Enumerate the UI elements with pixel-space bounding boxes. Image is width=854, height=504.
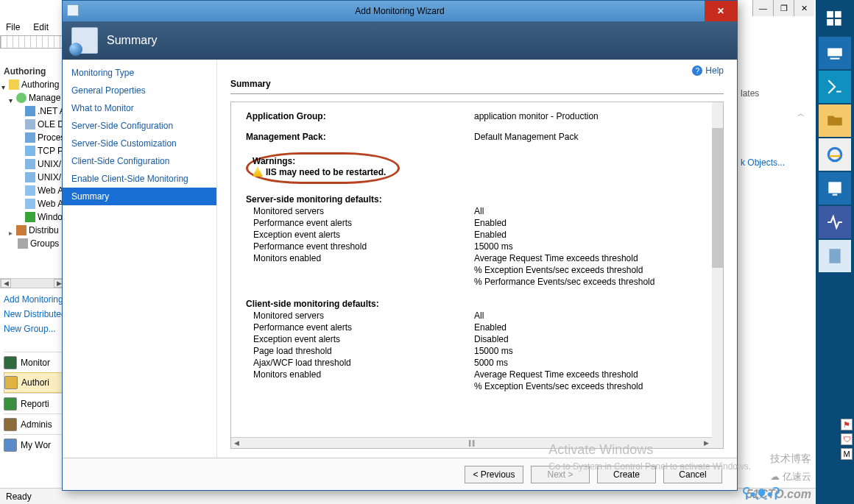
svg-rect-8 bbox=[833, 194, 838, 196]
nav-authoring[interactable]: Authori bbox=[4, 372, 65, 393]
step-server-config[interactable]: Server-Side Configuration bbox=[63, 117, 216, 135]
windows-icon bbox=[25, 212, 35, 222]
ie-icon[interactable] bbox=[819, 138, 851, 171]
nav-reporting[interactable]: Reporti bbox=[4, 393, 65, 414]
task-links: Add Monitoring New Distributed New Group… bbox=[4, 294, 65, 338]
wizard-icon bbox=[71, 27, 98, 54]
minimize-button[interactable]: — bbox=[752, 0, 773, 16]
unix-icon bbox=[25, 159, 35, 169]
dialog-footer: < Previous Next > Create Cancel bbox=[63, 458, 737, 490]
appgroup-label: Application Group: bbox=[246, 111, 474, 121]
web-icon bbox=[25, 199, 35, 209]
host-window: — ❐ ✕ File Edit Vie Authoring Authoring … bbox=[0, 0, 854, 504]
toolbar-placeholder bbox=[0, 35, 65, 49]
mp-label: Management Pack: bbox=[246, 132, 474, 142]
scrollbar-horizontal[interactable]: ◀∥∥▶ bbox=[231, 437, 712, 448]
close-button[interactable]: ✕ bbox=[794, 0, 814, 16]
step-summary[interactable]: Summary bbox=[63, 188, 216, 205]
globe-icon bbox=[16, 93, 27, 103]
explorer-icon[interactable] bbox=[819, 104, 851, 137]
summary-listbox[interactable]: Application Group:application monitor - … bbox=[230, 102, 724, 449]
scom-icon[interactable] bbox=[819, 172, 851, 205]
svg-point-6 bbox=[828, 148, 841, 160]
server-manager-icon[interactable] bbox=[819, 37, 851, 69]
app-icon bbox=[67, 4, 79, 16]
cancel-button[interactable]: Cancel bbox=[663, 466, 722, 483]
step-monitoring-type[interactable]: Monitoring Type bbox=[63, 64, 216, 82]
link-new-distributed[interactable]: New Distributed bbox=[4, 309, 65, 319]
warn-label: Warnings: bbox=[253, 156, 386, 166]
svg-rect-4 bbox=[827, 49, 842, 57]
watermark-yisu: ☁ 亿速云 bbox=[770, 470, 811, 483]
admin-icon bbox=[4, 418, 17, 431]
warn-text: IIS may need to be restarted. bbox=[266, 167, 386, 177]
parent-window-controls: — ❐ ✕ bbox=[752, 0, 814, 16]
groups-icon bbox=[18, 238, 28, 249]
shield-icon[interactable]: 🛡 bbox=[841, 433, 853, 445]
powershell-icon[interactable] bbox=[819, 71, 851, 103]
dialog-banner: Summary bbox=[63, 21, 737, 60]
maximize-button[interactable]: ❐ bbox=[773, 0, 794, 16]
nav-administration[interactable]: Adminis bbox=[4, 414, 65, 434]
start-icon[interactable] bbox=[819, 3, 851, 35]
authoring-tree[interactable]: Authoring Manage .NET A OLE D Proces TCP… bbox=[0, 78, 65, 250]
svg-rect-0 bbox=[827, 11, 833, 18]
svg-rect-7 bbox=[828, 182, 841, 193]
process-icon bbox=[25, 132, 35, 143]
link-objects[interactable]: k Objects... bbox=[741, 157, 807, 168]
dialog-close-button[interactable]: ✕ bbox=[705, 1, 737, 21]
step-server-custom[interactable]: Server-Side Customization bbox=[63, 135, 216, 152]
scrollbar-thumb[interactable] bbox=[712, 128, 723, 268]
chevron-up-icon[interactable]: ︿ bbox=[797, 109, 805, 119]
help-icon: ? bbox=[692, 65, 702, 76]
pane-header: Authoring bbox=[4, 66, 46, 77]
letter-m-icon[interactable]: M bbox=[841, 448, 853, 460]
dialog-titlebar[interactable]: Add Monitoring Wizard ✕ bbox=[63, 1, 737, 21]
dialog-title: Add Monitoring Wizard bbox=[355, 6, 444, 16]
distributed-icon bbox=[16, 225, 27, 235]
help-link[interactable]: ?Help bbox=[692, 65, 724, 76]
tcp-icon bbox=[25, 146, 35, 156]
client-defaults-header: Client-side monitoring defaults: bbox=[246, 299, 708, 309]
next-button: Next > bbox=[531, 466, 590, 483]
bear-icon: ʕ•ᴥ•ʔ bbox=[742, 485, 761, 504]
tray-icons: ⚑ 🛡 M bbox=[817, 419, 853, 460]
web-icon bbox=[25, 185, 35, 196]
monitor-icon bbox=[4, 356, 17, 369]
warnings-callout: Warnings: IIS may need to be restarted. bbox=[246, 152, 400, 184]
nav-monitoring[interactable]: Monitor bbox=[4, 352, 65, 372]
oledb-icon bbox=[25, 119, 35, 129]
svg-rect-1 bbox=[835, 11, 841, 18]
create-button[interactable]: Create bbox=[597, 466, 656, 483]
svg-rect-5 bbox=[830, 58, 840, 60]
notepad-icon[interactable] bbox=[819, 240, 851, 272]
pencil-icon bbox=[9, 79, 19, 90]
wunderbar: Monitor Authori Reporti Adminis My Wor bbox=[4, 352, 65, 455]
menu-edit[interactable]: Edit bbox=[33, 22, 49, 32]
unix-icon bbox=[25, 172, 35, 182]
flag-icon[interactable]: ⚑ bbox=[841, 419, 853, 430]
activity-icon[interactable] bbox=[819, 206, 851, 238]
dotnet-icon bbox=[25, 106, 35, 116]
tree-scrollbar[interactable]: ◀▶ bbox=[0, 278, 65, 288]
previous-button[interactable]: < Previous bbox=[465, 466, 523, 483]
authoring-icon bbox=[4, 376, 18, 389]
appgroup-value: application monitor - Production bbox=[474, 111, 708, 121]
svg-rect-2 bbox=[827, 19, 833, 26]
link-new-group[interactable]: New Group... bbox=[4, 324, 65, 334]
nav-my-workspace[interactable]: My Wor bbox=[4, 434, 65, 455]
workspace-icon bbox=[4, 439, 17, 452]
step-what-to-monitor[interactable]: What to Monitor bbox=[63, 99, 216, 117]
watermark-blog: 技术博客 bbox=[770, 452, 811, 466]
tasks-pane-fragment: lates k Objects... bbox=[741, 88, 807, 168]
wizard-steps: Monitoring Type General Properties What … bbox=[63, 60, 217, 458]
warning-icon bbox=[253, 166, 263, 177]
wizard-content: ?Help Summary Application Group:applicat… bbox=[217, 60, 737, 458]
step-enable-client[interactable]: Enable Client-Side Monitoring bbox=[63, 170, 216, 188]
menu-file[interactable]: File bbox=[6, 22, 20, 32]
step-general-properties[interactable]: General Properties bbox=[63, 82, 216, 99]
link-add-monitoring[interactable]: Add Monitoring bbox=[4, 294, 65, 305]
step-client-config[interactable]: Client-Side Configuration bbox=[63, 152, 216, 170]
svg-rect-3 bbox=[835, 19, 841, 26]
reporting-icon bbox=[4, 397, 17, 411]
